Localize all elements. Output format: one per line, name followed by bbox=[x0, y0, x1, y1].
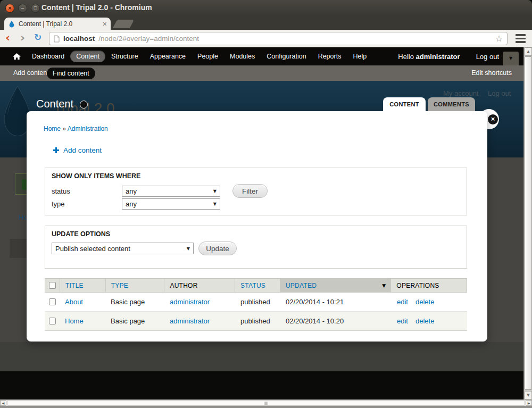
horizontal-scrollbar[interactable]: ◀ ▶ bbox=[0, 399, 532, 406]
vertical-scrollbar-thumb[interactable] bbox=[525, 56, 532, 390]
node-type: Basic page bbox=[105, 317, 164, 325]
status-label: status bbox=[52, 187, 70, 195]
node-updated: 02/20/2014 - 10:20 bbox=[280, 317, 392, 325]
menu-button[interactable] bbox=[516, 34, 526, 43]
table-row: Home Basic page administrator published … bbox=[45, 312, 467, 331]
admin-menu-dashboard[interactable]: Dashboard bbox=[26, 51, 70, 62]
delete-link[interactable]: delete bbox=[415, 317, 434, 325]
node-author-link[interactable]: administrator bbox=[170, 298, 210, 306]
browser-toolbar: ‹ › ↻ localhost /node/2#overlay=admin/co… bbox=[0, 30, 532, 47]
shortcut-add-content[interactable]: Add content bbox=[13, 69, 49, 77]
shortcuts-bar: Add content Find content Edit shortcuts bbox=[0, 65, 532, 81]
url-path: /node/2#overlay=admin/content bbox=[98, 35, 199, 43]
horizontal-scrollbar-thumb[interactable] bbox=[7, 400, 525, 406]
chevron-down-icon: ▼ bbox=[213, 189, 217, 194]
tab-comments[interactable]: COMMENTS bbox=[428, 97, 475, 111]
forward-button[interactable]: › bbox=[20, 31, 25, 44]
greeting: Hello administrator bbox=[398, 53, 460, 61]
breadcrumb-home-link[interactable]: Home bbox=[44, 125, 61, 132]
window-titlebar: × − □ Content | Tripal 2.0 - Chromium bbox=[0, 0, 532, 16]
admin-menu-configuration[interactable]: Configuration bbox=[261, 51, 312, 62]
admin-menu-help[interactable]: Help bbox=[347, 51, 372, 62]
node-status: published bbox=[235, 298, 280, 306]
delete-link[interactable]: delete bbox=[415, 298, 434, 306]
window-minimize-button[interactable]: − bbox=[18, 4, 27, 13]
filter-legend: SHOW ONLY ITEMS WHERE bbox=[52, 172, 140, 180]
admin-menu-content[interactable]: Content bbox=[70, 51, 105, 62]
home-icon[interactable] bbox=[7, 53, 26, 60]
filter-button[interactable]: Filter bbox=[232, 184, 268, 198]
vertical-scrollbar[interactable]: ▲ ▼ bbox=[523, 47, 532, 399]
node-status: published bbox=[235, 317, 280, 325]
scroll-down-icon[interactable]: ▼ bbox=[525, 391, 532, 399]
my-account-link[interactable]: My account bbox=[443, 89, 478, 97]
admin-toolbar: Dashboard Content Structure Appearance P… bbox=[0, 47, 532, 65]
tab-close-icon[interactable]: × bbox=[103, 20, 107, 28]
node-title-link[interactable]: Home bbox=[65, 317, 84, 325]
add-content-link[interactable]: Add content bbox=[53, 146, 102, 154]
chevron-down-icon: ▼ bbox=[213, 202, 217, 206]
row-checkbox[interactable] bbox=[49, 318, 56, 324]
sort-updated-link[interactable]: UPDATED bbox=[286, 282, 317, 289]
bookmark-star-icon[interactable]: ☆ bbox=[495, 34, 503, 44]
header-author: AUTHOR bbox=[170, 282, 197, 289]
breadcrumb-administration-link[interactable]: Administration bbox=[68, 125, 108, 132]
update-button[interactable]: Update bbox=[198, 242, 237, 255]
window-close-button[interactable]: × bbox=[5, 4, 14, 13]
admin-menu-modules[interactable]: Modules bbox=[224, 51, 261, 62]
drupal-favicon-icon bbox=[8, 20, 15, 28]
status-select[interactable]: any ▼ bbox=[122, 186, 220, 197]
overlay-panel: Home » Administration Add content SHOW O… bbox=[27, 111, 487, 342]
new-tab-button[interactable] bbox=[113, 20, 135, 28]
window-controls: × − □ bbox=[5, 4, 40, 13]
window-bottom-edge bbox=[0, 406, 532, 408]
page-footer-upper bbox=[0, 342, 523, 371]
node-title-link[interactable]: About bbox=[65, 298, 83, 306]
admin-menu-people[interactable]: People bbox=[192, 51, 224, 62]
scroll-right-icon[interactable]: ▶ bbox=[526, 400, 532, 406]
tab-strip: Content | Tripal 2.0 × bbox=[0, 16, 532, 30]
sort-title-link[interactable]: TITLE bbox=[65, 282, 84, 289]
edit-link[interactable]: edit bbox=[397, 298, 408, 306]
node-type: Basic page bbox=[105, 298, 164, 306]
select-all-checkbox[interactable] bbox=[49, 282, 56, 289]
overlay-close-icon[interactable]: × bbox=[488, 114, 498, 124]
type-select[interactable]: any ▼ bbox=[122, 198, 220, 210]
sort-status-link[interactable]: STATUS bbox=[240, 282, 265, 289]
shortcut-find-content[interactable]: Find content bbox=[47, 68, 95, 79]
node-author-link[interactable]: administrator bbox=[170, 317, 210, 325]
sort-type-link[interactable]: TYPE bbox=[111, 282, 128, 289]
tab-title: Content | Tripal 2.0 bbox=[19, 20, 99, 28]
address-bar[interactable]: localhost /node/2#overlay=admin/content … bbox=[49, 32, 508, 45]
admin-menu-appearance[interactable]: Appearance bbox=[144, 51, 192, 62]
update-action-select[interactable]: Publish selected content ▼ bbox=[52, 243, 194, 254]
scroll-left-icon[interactable]: ◀ bbox=[0, 400, 6, 406]
tab-content[interactable]: CONTENT bbox=[383, 97, 426, 111]
toolbar-toggle-button[interactable]: ▼ bbox=[503, 52, 519, 65]
update-options-fieldset: UPDATE OPTIONS Publish selected content … bbox=[45, 226, 467, 269]
site-logout-link[interactable]: Log out bbox=[488, 89, 511, 97]
toolbar-logout-link[interactable]: Log out bbox=[476, 53, 499, 61]
plus-icon bbox=[53, 147, 59, 153]
page-footer-lower bbox=[0, 371, 523, 399]
edit-link[interactable]: edit bbox=[397, 317, 408, 325]
back-button[interactable]: ‹ bbox=[5, 31, 10, 44]
reload-button[interactable]: ↻ bbox=[34, 32, 41, 43]
window-maximize-button[interactable]: □ bbox=[31, 4, 40, 13]
admin-menu-structure[interactable]: Structure bbox=[105, 51, 144, 62]
update-legend: UPDATE OPTIONS bbox=[52, 230, 110, 238]
admin-menu-reports[interactable]: Reports bbox=[312, 51, 347, 62]
header-operations: OPERATIONS bbox=[396, 282, 439, 289]
browser-tab[interactable]: Content | Tripal 2.0 × bbox=[4, 18, 111, 30]
scroll-up-icon[interactable]: ▲ bbox=[525, 47, 532, 56]
header-updated-sorted[interactable]: UPDATED ▼ bbox=[280, 279, 391, 292]
overlay-page-title: Content bbox=[36, 98, 73, 110]
breadcrumb-separator: » bbox=[62, 125, 66, 132]
row-checkbox[interactable] bbox=[49, 298, 56, 305]
node-updated: 02/20/2014 - 10:21 bbox=[280, 298, 392, 306]
table-header-row: TITLE TYPE AUTHOR STATUS UPDATED ▼ OPERA… bbox=[45, 278, 467, 293]
content-table: TITLE TYPE AUTHOR STATUS UPDATED ▼ OPERA… bbox=[45, 278, 467, 331]
breadcrumb: Home » Administration bbox=[44, 125, 108, 132]
overlay-minimize-icon[interactable]: − bbox=[80, 101, 88, 109]
edit-shortcuts-link[interactable]: Edit shortcuts bbox=[471, 69, 512, 77]
